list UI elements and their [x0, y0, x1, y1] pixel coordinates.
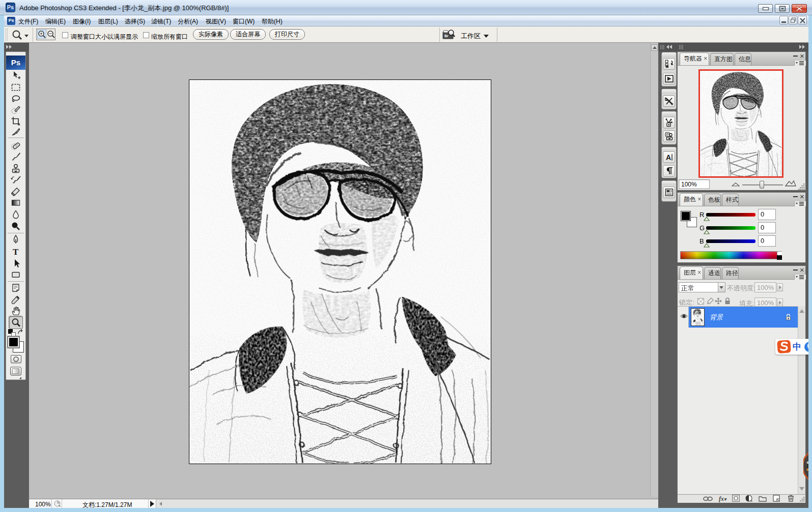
svg-text:A: A [666, 153, 671, 161]
svg-text:T: T [13, 247, 19, 257]
svg-text:Br: Br [444, 34, 449, 38]
